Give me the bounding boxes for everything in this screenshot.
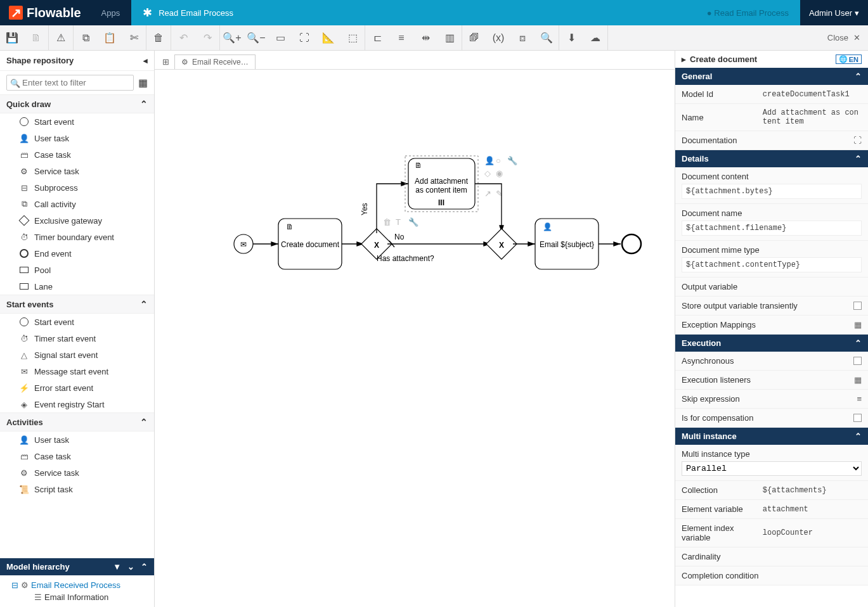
align-center-button[interactable]: ≡ [389, 25, 413, 50]
compare-button[interactable]: ⧈ [510, 25, 534, 50]
zoom-actual-button[interactable]: ⛶ [292, 25, 316, 50]
checkbox-transient[interactable] [853, 302, 862, 310]
grid-view-toggle[interactable]: ▦ [138, 77, 148, 89]
shape-pool[interactable]: Pool [0, 262, 154, 278]
collapse-right-icon[interactable]: ▸ [682, 54, 686, 64]
translate-button[interactable]: 🗊 [462, 25, 486, 50]
tree-toggle-icon[interactable]: ⊟ [11, 580, 18, 590]
prop-execution-listeners[interactable]: Execution listeners ▦ [675, 371, 868, 390]
shape-service-task-2[interactable]: ⚙Service task [0, 464, 154, 481]
menu-icon[interactable]: ≡ [857, 394, 862, 404]
redo-button[interactable]: ↷ [195, 25, 219, 50]
shape-case-task[interactable]: 🗃Case task [0, 146, 154, 163]
variables-button[interactable]: (x) [486, 25, 510, 50]
diagram-canvas[interactable]: ✉ 🗎 Create document X Has attachment? Ye… [155, 70, 675, 607]
cut-button[interactable]: ✄ [122, 25, 146, 50]
checkbox-compensation[interactable] [853, 414, 862, 422]
shape-filter-input[interactable] [6, 75, 134, 91]
shape-start-event-2[interactable]: Start event [0, 314, 154, 330]
layout-button[interactable]: ▥ [437, 25, 462, 50]
shape-service-task[interactable]: ⚙Service task [0, 163, 154, 179]
model-hierarchy-header[interactable]: Model hierarchy ▼ ⌄ ⌃ [0, 558, 154, 575]
prop-output-variable[interactable]: Output variable [675, 278, 868, 297]
close-button[interactable]: Close ✕ [820, 25, 868, 50]
shape-lane[interactable]: Lane [0, 278, 154, 295]
collapse-up-icon[interactable]: ⌃ [141, 562, 148, 572]
zoom-in-button[interactable]: 🔍+ [220, 25, 244, 50]
shape-signal-start[interactable]: △Signal start event [0, 347, 154, 363]
nav-apps-link[interactable]: Apps [90, 0, 132, 25]
expand-down-icon[interactable]: ⌄ [127, 562, 134, 572]
prop-element-index-variable[interactable]: Element index variable loopCounter [675, 519, 868, 547]
shape-message-start[interactable]: ✉Message start event [0, 363, 154, 380]
prop-document-mime[interactable]: Document mime type ${attachment.contentT… [675, 241, 868, 278]
select-button[interactable]: ⬚ [340, 25, 365, 50]
shape-registry-start[interactable]: ◈Event registry Start [0, 396, 154, 412]
filter-icon[interactable]: ▼ [113, 562, 121, 572]
canvas-tab-active[interactable]: ⚙ Email Receive… [174, 54, 256, 69]
shape-error-start[interactable]: ⚡Error start event [0, 380, 154, 396]
paste-button[interactable]: 📋 [98, 25, 122, 50]
shape-end-event[interactable]: End event [0, 245, 154, 262]
brand-logo[interactable]: ↗ Flowable [0, 6, 90, 20]
prop-document-name[interactable]: Document name ${attachment.filename} [675, 204, 868, 241]
zoom-out-button[interactable]: 🔍− [244, 25, 268, 50]
prop-name[interactable]: Name Add attachment as content item [675, 104, 868, 131]
shape-case-task-2[interactable]: 🗃Case task [0, 448, 154, 464]
shape-timer-boundary[interactable]: ⏱Timer boundary event [0, 229, 154, 245]
shape-subprocess[interactable]: ⊟Subprocess [0, 179, 154, 196]
shape-script-task[interactable]: 📜Script task [0, 481, 154, 497]
shape-call-activity[interactable]: ⧉Call activity [0, 196, 154, 212]
node-gateway-merge[interactable]: X [486, 229, 517, 259]
add-tab-button[interactable]: ⊞ [157, 54, 174, 69]
prop-is-compensation[interactable]: Is for compensation [675, 409, 868, 428]
collapse-left-icon[interactable]: ◂ [143, 56, 148, 65]
search-model-button[interactable]: 🔍 [534, 25, 559, 50]
prop-asynchronous[interactable]: Asynchronous [675, 352, 868, 371]
section-execution[interactable]: Execution⌃ [675, 335, 868, 352]
language-badge[interactable]: 🌐EN [836, 54, 862, 64]
section-details[interactable]: Details⌃ [675, 150, 868, 167]
shape-user-task[interactable]: 👤User task [0, 130, 154, 146]
save-button[interactable]: 💾 [0, 25, 24, 50]
undo-button[interactable]: ↶ [171, 25, 195, 50]
hierarchy-root[interactable]: ⊟ ⚙ Email Received Process [6, 579, 148, 591]
cloud-button[interactable]: ☁ [583, 25, 607, 50]
section-multi-instance[interactable]: Multi instance⌃ [675, 428, 868, 445]
section-general[interactable]: General⌃ [675, 68, 868, 85]
expand-icon[interactable]: ⛶ [853, 136, 862, 145]
checkbox-async[interactable] [853, 357, 862, 365]
zoom-fit-button[interactable]: ▭ [268, 25, 292, 50]
prop-skip-expression[interactable]: Skip expression ≡ [675, 390, 868, 409]
align-distribute-button[interactable]: ⇹ [413, 25, 437, 50]
prop-model-id[interactable]: Model Id createDocumentTask1 [675, 85, 868, 104]
prop-collection[interactable]: Collection ${attachments} [675, 481, 868, 500]
shape-repo-header[interactable]: Shape repository ◂ [0, 51, 154, 71]
shape-user-task-2[interactable]: 👤User task [0, 431, 154, 448]
prop-multi-type[interactable]: Multi instance type Parallel [675, 445, 868, 481]
prop-completion-condition[interactable]: Completion condition [675, 566, 868, 585]
group-activities[interactable]: Activities [0, 412, 154, 431]
download-button[interactable]: ⬇ [559, 25, 583, 50]
validate-button[interactable]: ⚠ [49, 25, 73, 50]
user-menu[interactable]: Admin User ▾ [800, 8, 868, 18]
prop-document-content[interactable]: Document content ${attachment.bytes} [675, 167, 868, 204]
copy-button[interactable]: ⧉ [74, 25, 98, 50]
align-button[interactable]: 📐 [316, 25, 340, 50]
properties-title[interactable]: ▸ Create document 🌐EN [675, 51, 868, 68]
grid-icon[interactable]: ▦ [854, 375, 862, 385]
prop-element-variable[interactable]: Element variable attachment [675, 500, 868, 519]
group-start-events[interactable]: Start events [0, 295, 154, 314]
shape-exclusive-gateway[interactable]: Exclusive gateway [0, 212, 154, 229]
prop-exception-mappings[interactable]: Exception Mappings ▦ [675, 316, 868, 335]
hierarchy-child[interactable]: ☰ Email Information [6, 591, 148, 603]
node-end-event[interactable] [622, 234, 641, 253]
prop-store-transient[interactable]: Store output variable transiently [675, 297, 868, 316]
prop-documentation[interactable]: Documentation ⛶ [675, 131, 868, 150]
shape-timer-start[interactable]: ⏱Timer start event [0, 330, 154, 347]
delete-button[interactable]: 🗑 [146, 25, 171, 50]
group-quick-draw[interactable]: Quick draw [0, 94, 154, 113]
prop-cardinality[interactable]: Cardinality [675, 547, 868, 566]
align-left-button[interactable]: ⊏ [365, 25, 389, 50]
bpmn-diagram[interactable]: ✉ 🗎 Create document X Has attachment? Ye… [155, 70, 675, 387]
